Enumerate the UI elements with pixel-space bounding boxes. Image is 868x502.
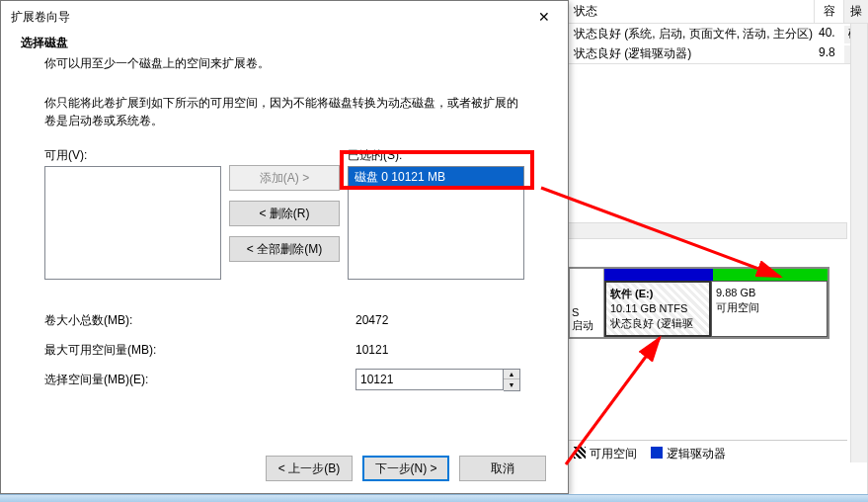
available-listbox[interactable] (44, 166, 221, 280)
back-button[interactable]: < 上一步(B) (266, 456, 353, 481)
taskbar (0, 494, 868, 502)
available-label: 可用(V): (44, 147, 221, 164)
legend-label: 逻辑驱动器 (667, 447, 726, 460)
wizard-description: 你只能将此卷扩展到如下所示的可用空间，因为不能将磁盘转换为动态磁盘，或者被扩展的… (44, 94, 524, 129)
total-size-label: 卷大小总数(MB): (44, 312, 355, 329)
partition-size: 10.11 GB NTFS (610, 301, 705, 316)
col-header-ops[interactable]: 操 (844, 0, 868, 23)
partition-color-bars (604, 269, 828, 281)
swatch-hatched-icon (574, 447, 586, 459)
disk-management-background: 状态 容 操 状态良好 (系统, 启动, 页面文件, 活动, 主分区) 40. … (568, 0, 868, 502)
text: S (572, 306, 601, 318)
add-button: 添加(A) > (229, 165, 340, 191)
partition-disk-label: S 启动 (570, 269, 604, 337)
cell-state: 状态良好 (系统, 启动, 页面文件, 活动, 主分区) (568, 26, 815, 43)
col-header-capacity[interactable]: 容 (815, 0, 844, 23)
cancel-button[interactable]: 取消 (459, 456, 546, 481)
horizontal-scrollbar[interactable] (568, 222, 847, 239)
remove-all-button[interactable]: < 全部删除(M) (229, 236, 340, 262)
cell-state: 状态良好 (逻辑驱动器) (568, 45, 815, 63)
vertical-scrollbar[interactable] (850, 24, 867, 462)
volume-row[interactable]: 状态良好 (逻辑驱动器) 9.8 (568, 43, 867, 63)
partition-cell-free[interactable]: 9.88 GB 可用空间 (711, 281, 828, 337)
cell-capacity: 40. (815, 26, 844, 43)
close-icon: ✕ (538, 9, 550, 25)
cell-capacity: 9.8 (815, 45, 844, 63)
wizard-header-subtitle: 你可以用至少一个磁盘上的空间来扩展卷。 (21, 51, 548, 72)
partition-diagram: S 启动 软件 (E:) 10.11 GB NTFS 状态良好 (逻辑驱 9.8… (568, 267, 829, 339)
partition-cell-e[interactable]: 软件 (E:) 10.11 GB NTFS 状态良好 (逻辑驱 (604, 281, 711, 337)
total-size-value: 20472 (355, 313, 388, 327)
selected-listbox[interactable]: 磁盘 0 10121 MB (348, 166, 524, 280)
max-space-label: 最大可用空间量(MB): (44, 342, 355, 359)
remove-button[interactable]: < 删除(R) (229, 201, 340, 226)
selected-label: 已选的(S): (348, 147, 524, 164)
titlebar: 扩展卷向导 ✕ (1, 1, 568, 33)
next-button[interactable]: 下一步(N) > (362, 456, 449, 481)
col-header-state[interactable]: 状态 (568, 0, 815, 23)
partition-legend: 可用空间 逻辑驱动器 (568, 440, 847, 467)
max-space-value: 10121 (355, 343, 388, 357)
legend-label: 可用空间 (590, 447, 637, 460)
partition-title: 软件 (E:) (610, 287, 705, 301)
spin-up-button[interactable]: ▲ (504, 370, 519, 380)
partition-status: 可用空间 (716, 300, 823, 315)
partition-status: 状态良好 (逻辑驱 (610, 316, 705, 331)
volumes-header-row: 状态 容 操 (568, 0, 867, 24)
volume-row[interactable]: 状态良好 (系统, 启动, 页面文件, 活动, 主分区) 40. 磁 (568, 24, 867, 43)
spin-down-button[interactable]: ▼ (504, 379, 519, 390)
extend-volume-wizard: 扩展卷向导 ✕ 选择磁盘 你可以用至少一个磁盘上的空间来扩展卷。 你只能将此卷扩… (0, 0, 569, 494)
wizard-header-title: 选择磁盘 (21, 35, 548, 51)
window-title: 扩展卷向导 (11, 9, 70, 26)
swatch-blue-icon (651, 447, 663, 459)
selected-list-item[interactable]: 磁盘 0 10121 MB (349, 167, 523, 188)
close-button[interactable]: ✕ (522, 2, 566, 32)
text: 启动 (572, 318, 601, 333)
select-space-input[interactable] (355, 369, 504, 390)
select-space-label: 选择空间量(MB)(E): (44, 372, 355, 388)
partition-size: 9.88 GB (716, 286, 823, 300)
